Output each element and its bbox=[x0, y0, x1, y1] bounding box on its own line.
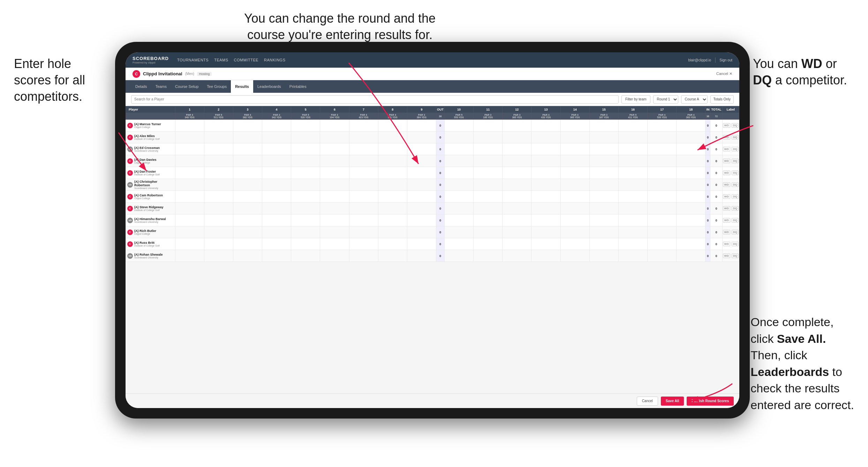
score-hole-9[interactable] bbox=[407, 191, 436, 203]
score-input-hole-18[interactable] bbox=[677, 143, 705, 155]
score-hole-14[interactable] bbox=[560, 191, 589, 203]
save-all-button[interactable]: Save All bbox=[661, 397, 684, 406]
score-input-hole-15[interactable] bbox=[590, 238, 618, 250]
score-input-hole-12[interactable] bbox=[503, 191, 531, 202]
score-input-hole-8[interactable] bbox=[378, 214, 407, 226]
score-hole-5[interactable] bbox=[291, 167, 320, 179]
score-hole-18[interactable] bbox=[677, 120, 705, 131]
score-hole-4[interactable] bbox=[262, 131, 291, 143]
score-hole-14[interactable] bbox=[560, 179, 589, 191]
score-hole-7[interactable] bbox=[349, 131, 378, 143]
score-input-hole-2[interactable] bbox=[204, 155, 233, 167]
score-input-hole-8[interactable] bbox=[378, 131, 407, 143]
score-input-hole-15[interactable] bbox=[590, 167, 618, 179]
score-hole-12[interactable] bbox=[503, 250, 531, 262]
wd-button[interactable]: WD bbox=[723, 230, 730, 234]
nav-tournaments[interactable]: TOURNAMENTS bbox=[177, 58, 209, 62]
wd-button[interactable]: WD bbox=[723, 123, 730, 128]
score-hole-9[interactable] bbox=[407, 179, 436, 191]
score-input-hole-1[interactable] bbox=[175, 155, 204, 167]
score-hole-14[interactable] bbox=[560, 238, 589, 250]
score-input-hole-2[interactable] bbox=[204, 191, 233, 202]
score-hole-7[interactable] bbox=[349, 120, 378, 131]
score-input-hole-2[interactable] bbox=[204, 203, 233, 214]
score-hole-2[interactable] bbox=[204, 167, 233, 179]
score-input-hole-10[interactable] bbox=[445, 155, 473, 167]
score-input-hole-6[interactable] bbox=[320, 238, 349, 250]
nav-teams[interactable]: TEAMS bbox=[214, 58, 228, 62]
score-hole-2[interactable] bbox=[204, 131, 233, 143]
nav-rankings[interactable]: RANKINGS bbox=[264, 58, 285, 62]
score-hole-5[interactable] bbox=[291, 214, 320, 226]
score-hole-17[interactable] bbox=[648, 250, 677, 262]
score-input-hole-14[interactable] bbox=[561, 143, 589, 155]
score-input-hole-1[interactable] bbox=[175, 179, 204, 190]
score-hole-7[interactable] bbox=[349, 250, 378, 262]
score-input-hole-7[interactable] bbox=[349, 155, 378, 167]
score-input-hole-10[interactable] bbox=[445, 203, 473, 214]
score-input-hole-11[interactable] bbox=[474, 250, 502, 262]
score-hole-15[interactable] bbox=[589, 214, 618, 226]
search-input[interactable] bbox=[131, 95, 619, 104]
score-hole-2[interactable] bbox=[204, 191, 233, 203]
score-input-hole-8[interactable] bbox=[378, 250, 407, 262]
score-input-hole-16[interactable] bbox=[619, 203, 647, 214]
score-hole-10[interactable] bbox=[444, 226, 473, 238]
score-input-hole-11[interactable] bbox=[474, 203, 502, 214]
score-input-hole-17[interactable] bbox=[648, 191, 676, 202]
score-hole-8[interactable] bbox=[378, 143, 407, 155]
score-hole-8[interactable] bbox=[378, 120, 407, 131]
score-input-hole-1[interactable] bbox=[175, 226, 204, 238]
score-hole-5[interactable] bbox=[291, 191, 320, 203]
score-input-hole-4[interactable] bbox=[262, 191, 291, 202]
score-hole-16[interactable] bbox=[618, 155, 647, 167]
score-input-hole-3[interactable] bbox=[233, 226, 262, 238]
score-input-hole-16[interactable] bbox=[619, 143, 647, 155]
score-input-hole-8[interactable] bbox=[378, 238, 407, 250]
score-input-hole-11[interactable] bbox=[474, 191, 502, 202]
score-hole-2[interactable] bbox=[204, 120, 233, 131]
score-input-hole-16[interactable] bbox=[619, 250, 647, 262]
score-hole-16[interactable] bbox=[618, 120, 647, 131]
score-input-hole-5[interactable] bbox=[291, 238, 320, 250]
score-input-hole-10[interactable] bbox=[445, 179, 473, 190]
score-input-hole-10[interactable] bbox=[445, 191, 473, 202]
score-hole-6[interactable] bbox=[320, 238, 349, 250]
score-input-hole-15[interactable] bbox=[590, 120, 618, 131]
score-hole-3[interactable] bbox=[233, 226, 262, 238]
score-input-hole-6[interactable] bbox=[320, 226, 349, 238]
score-input-hole-9[interactable] bbox=[407, 167, 436, 179]
score-hole-12[interactable] bbox=[503, 120, 531, 131]
score-input-hole-3[interactable] bbox=[233, 120, 262, 131]
score-input-hole-1[interactable] bbox=[175, 167, 204, 179]
score-hole-1[interactable] bbox=[175, 120, 204, 131]
score-hole-12[interactable] bbox=[503, 191, 531, 203]
score-hole-18[interactable] bbox=[677, 191, 705, 203]
score-input-hole-16[interactable] bbox=[619, 179, 647, 190]
dq-button[interactable]: DQ bbox=[732, 123, 739, 128]
score-hole-11[interactable] bbox=[474, 120, 503, 131]
score-hole-4[interactable] bbox=[262, 238, 291, 250]
score-hole-8[interactable] bbox=[378, 226, 407, 238]
score-input-hole-9[interactable] bbox=[407, 203, 436, 214]
score-input-hole-15[interactable] bbox=[590, 203, 618, 214]
score-hole-15[interactable] bbox=[589, 131, 618, 143]
tab-course-setup[interactable]: Course Setup bbox=[171, 80, 203, 93]
score-input-hole-3[interactable] bbox=[233, 167, 262, 179]
score-input-hole-6[interactable] bbox=[320, 120, 349, 131]
score-input-hole-5[interactable] bbox=[291, 143, 320, 155]
score-input-hole-5[interactable] bbox=[291, 250, 320, 262]
score-hole-3[interactable] bbox=[233, 167, 262, 179]
score-input-hole-10[interactable] bbox=[445, 250, 473, 262]
score-hole-1[interactable] bbox=[175, 226, 204, 238]
score-input-hole-6[interactable] bbox=[320, 167, 349, 179]
dq-button[interactable]: DQ bbox=[732, 182, 739, 187]
score-hole-18[interactable] bbox=[677, 155, 705, 167]
score-input-hole-3[interactable] bbox=[233, 250, 262, 262]
score-hole-13[interactable] bbox=[531, 131, 560, 143]
score-hole-18[interactable] bbox=[677, 131, 705, 143]
score-hole-6[interactable] bbox=[320, 214, 349, 226]
score-input-hole-9[interactable] bbox=[407, 131, 436, 143]
score-input-hole-12[interactable] bbox=[503, 203, 531, 214]
score-hole-3[interactable] bbox=[233, 155, 262, 167]
